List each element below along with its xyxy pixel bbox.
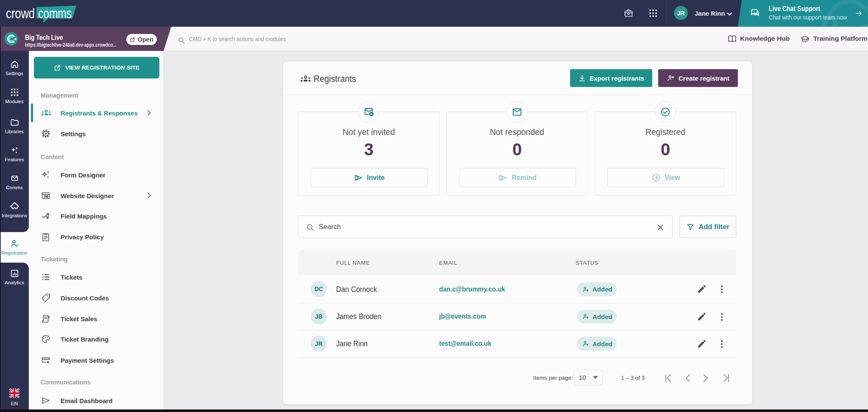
svg-text:crowd: crowd <box>6 6 35 21</box>
svg-text:comms: comms <box>38 6 72 21</box>
